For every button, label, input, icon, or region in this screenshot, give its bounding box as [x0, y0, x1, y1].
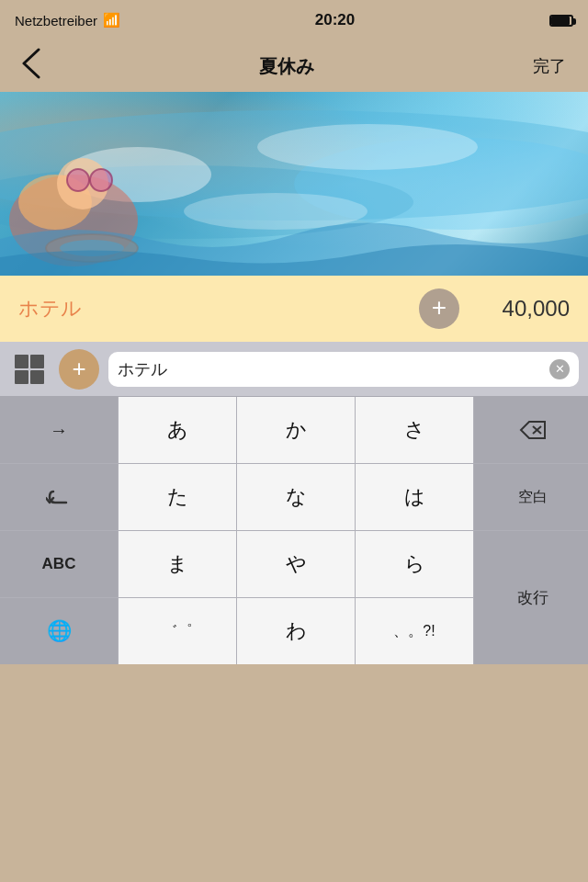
status-time: 20:20 [315, 11, 355, 29]
status-bar: Netzbetreiber 📶 20:20 [0, 0, 588, 40]
battery-indicator [549, 12, 573, 28]
clear-icon: ✕ [555, 363, 565, 375]
key-delete[interactable] [474, 397, 588, 463]
kana-keyboard: → あ か さ た な は 空白 ABC ま や ら 改行 🌐 ゛゜ わ 、。?… [0, 397, 588, 664]
key-abc[interactable]: ABC [0, 531, 118, 597]
entry-row: ホテル + 40,000 [0, 276, 588, 342]
plus-icon: + [432, 295, 447, 321]
calculator-icon[interactable] [9, 349, 50, 390]
key-globe[interactable]: 🌐 [0, 598, 118, 664]
key-arrow[interactable]: → [0, 397, 118, 463]
key-sa[interactable]: さ [356, 397, 473, 463]
key-ya[interactable]: や [237, 531, 355, 597]
status-carrier: Netzbetreiber 📶 [15, 12, 120, 28]
key-ra[interactable]: ら [356, 531, 473, 597]
key-space[interactable]: 空白 [474, 464, 588, 530]
key-undo[interactable] [0, 464, 118, 530]
keyboard-toolbar: + ✕ [0, 342, 588, 397]
wifi-icon: 📶 [103, 12, 120, 28]
key-na[interactable]: な [237, 464, 355, 530]
back-button[interactable] [15, 44, 48, 89]
entry-label: ホテル [18, 295, 419, 322]
nav-bar: 夏休み 完了 [0, 40, 588, 92]
key-ha[interactable]: は [356, 464, 473, 530]
svg-point-5 [184, 193, 368, 230]
nav-title: 夏休み [259, 54, 314, 79]
photo-area [0, 92, 588, 276]
search-clear-button[interactable]: ✕ [549, 359, 570, 379]
key-return[interactable]: 改行 [474, 531, 588, 664]
key-ma[interactable]: ま [119, 531, 236, 597]
key-small[interactable]: ゛゜ [119, 598, 236, 664]
key-punct[interactable]: 、。?! [356, 598, 473, 664]
carrier-name: Netzbetreiber [15, 13, 97, 28]
done-button[interactable]: 完了 [526, 51, 573, 81]
keyboard-search-wrap: ✕ [108, 352, 579, 387]
svg-point-9 [67, 169, 89, 191]
keyboard-add-button[interactable]: + [59, 349, 99, 390]
keyboard-search-input[interactable] [118, 359, 549, 379]
key-wa[interactable]: わ [237, 598, 355, 664]
keyboard-plus-icon: + [72, 356, 85, 380]
entry-amount: 40,000 [478, 296, 570, 322]
add-entry-button[interactable]: + [419, 288, 459, 329]
svg-point-4 [257, 124, 478, 170]
key-a[interactable]: あ [119, 397, 236, 463]
key-ta[interactable]: た [119, 464, 236, 530]
key-ka[interactable]: か [237, 397, 355, 463]
svg-point-10 [90, 169, 112, 191]
